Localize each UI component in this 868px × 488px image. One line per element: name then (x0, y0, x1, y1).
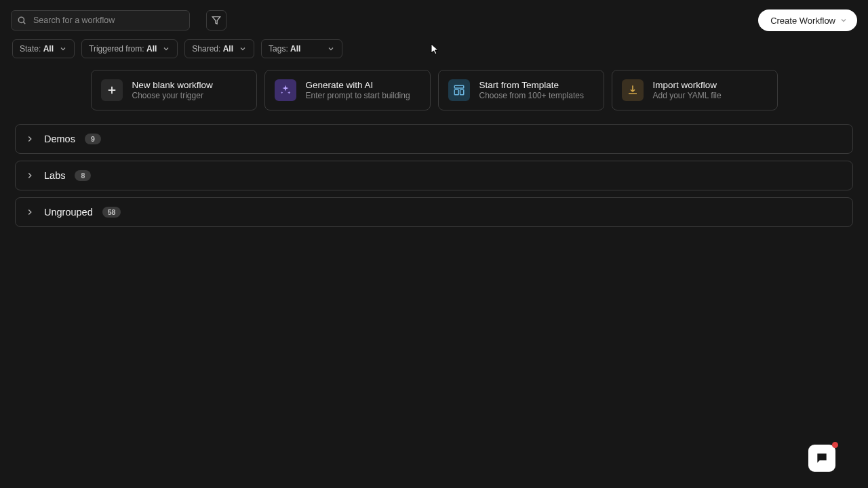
chat-icon (815, 451, 829, 465)
svg-marker-2 (212, 17, 220, 24)
group-count-badge: 58 (102, 207, 121, 218)
chevron-right-icon (25, 171, 35, 180)
chevron-right-icon (25, 134, 35, 144)
group-labs[interactable]: Labs 8 (15, 161, 853, 190)
template-grid-icon (448, 79, 470, 101)
group-ungrouped[interactable]: Ungrouped 58 (15, 197, 853, 227)
card-subtitle: Add your YAML file (653, 91, 722, 100)
card-start-from-template[interactable]: Start from Template Choose from 100+ tem… (438, 70, 604, 110)
chevron-right-icon (25, 207, 35, 217)
plus-icon (101, 79, 123, 101)
filter-shared[interactable]: Shared: All (184, 39, 254, 58)
funnel-icon (212, 16, 221, 25)
group-demos[interactable]: Demos 9 (15, 124, 853, 154)
group-name: Labs (44, 170, 65, 181)
group-count-badge: 9 (85, 134, 101, 144)
create-workflow-label: Create Workflow (770, 16, 835, 26)
chat-support-button[interactable] (808, 445, 835, 472)
svg-rect-5 (454, 85, 464, 88)
svg-rect-7 (460, 89, 463, 95)
card-title: New blank workflow (132, 80, 213, 90)
group-name: Ungrouped (44, 207, 93, 218)
filter-tags-label: Tags: All (269, 44, 300, 54)
card-title: Start from Template (479, 80, 584, 90)
filter-toggle-button[interactable] (206, 10, 226, 30)
svg-rect-6 (454, 89, 458, 95)
create-workflow-button[interactable]: Create Workflow (758, 9, 857, 31)
card-generate-with-ai[interactable]: Generate with AI Enter prompt to start b… (264, 70, 431, 110)
chevron-down-icon (59, 45, 67, 53)
filter-state[interactable]: State: All (12, 39, 75, 58)
card-new-blank-workflow[interactable]: New blank workflow Choose your trigger (91, 70, 257, 110)
card-subtitle: Enter prompt to start building (306, 91, 410, 100)
filter-state-label: State: All (20, 44, 54, 54)
filter-shared-label: Shared: All (192, 44, 233, 54)
card-import-workflow[interactable]: Import workflow Add your YAML file (612, 70, 778, 110)
card-subtitle: Choose your trigger (132, 91, 213, 100)
chevron-down-icon (239, 45, 247, 53)
search-input[interactable] (11, 10, 190, 30)
chevron-down-icon (840, 16, 848, 24)
svg-line-1 (24, 22, 26, 24)
chevron-down-icon (162, 45, 170, 53)
search-icon (17, 16, 26, 25)
filter-tags[interactable]: Tags: All (261, 39, 342, 58)
card-title: Generate with AI (306, 80, 410, 90)
card-title: Import workflow (653, 80, 722, 90)
group-name: Demos (44, 134, 75, 144)
card-subtitle: Choose from 100+ templates (479, 91, 584, 100)
svg-point-0 (18, 17, 24, 22)
group-count-badge: 8 (75, 170, 91, 181)
download-icon (622, 79, 644, 101)
search-wrapper (11, 10, 190, 30)
filter-triggered-from[interactable]: Triggered from: All (81, 39, 178, 58)
sparkle-icon (275, 79, 296, 101)
filter-triggered-label: Triggered from: All (89, 44, 157, 54)
chevron-down-icon (327, 45, 335, 53)
